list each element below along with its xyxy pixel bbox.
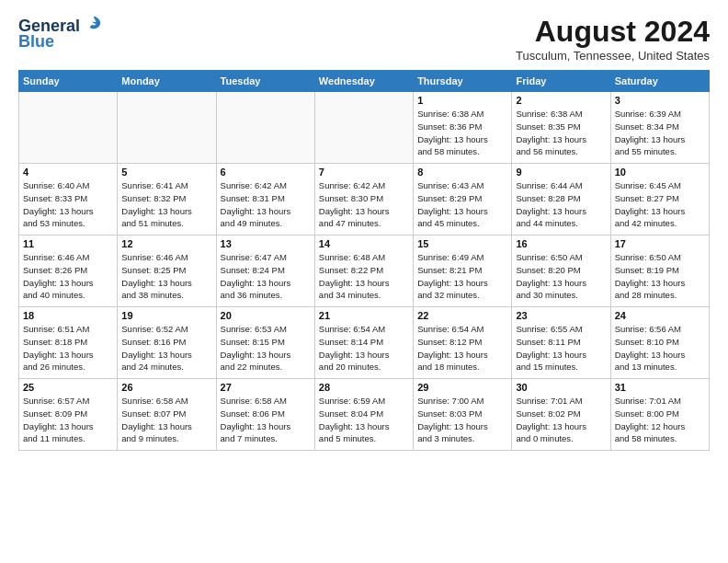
day-number: 18 — [23, 310, 113, 321]
day-number: 30 — [516, 382, 606, 393]
day-number: 19 — [121, 310, 211, 321]
day-number: 14 — [319, 238, 409, 249]
calendar-cell: 16Sunrise: 6:50 AM Sunset: 8:20 PM Dayli… — [512, 236, 610, 307]
calendar-cell: 26Sunrise: 6:58 AM Sunset: 8:07 PM Dayli… — [118, 379, 216, 451]
calendar-cell: 6Sunrise: 6:42 AM Sunset: 8:31 PM Daylig… — [216, 164, 314, 236]
day-info: Sunrise: 6:42 AM Sunset: 8:30 PM Dayligh… — [319, 179, 409, 230]
day-number: 7 — [319, 167, 409, 178]
logo-bird-icon — [85, 15, 102, 31]
day-info: Sunrise: 6:39 AM Sunset: 8:34 PM Dayligh… — [615, 108, 705, 158]
calendar-cell: 3Sunrise: 6:39 AM Sunset: 8:34 PM Daylig… — [610, 92, 709, 164]
calendar-week-3: 11Sunrise: 6:46 AM Sunset: 8:26 PM Dayli… — [19, 236, 710, 307]
calendar-cell: 15Sunrise: 6:49 AM Sunset: 8:21 PM Dayli… — [414, 236, 512, 307]
day-info: Sunrise: 6:40 AM Sunset: 8:33 PM Dayligh… — [23, 179, 113, 230]
day-info: Sunrise: 6:59 AM Sunset: 8:04 PM Dayligh… — [319, 395, 409, 445]
day-number: 3 — [615, 95, 705, 106]
col-tuesday: Tuesday — [216, 71, 314, 92]
calendar-cell: 25Sunrise: 6:57 AM Sunset: 8:09 PM Dayli… — [19, 379, 118, 451]
col-friday: Friday — [512, 71, 610, 92]
calendar-cell: 22Sunrise: 6:54 AM Sunset: 8:12 PM Dayli… — [414, 307, 512, 379]
day-info: Sunrise: 6:43 AM Sunset: 8:29 PM Dayligh… — [417, 179, 507, 230]
col-sunday: Sunday — [19, 71, 118, 92]
day-number: 23 — [516, 310, 606, 321]
day-number: 16 — [516, 238, 606, 249]
day-info: Sunrise: 7:01 AM Sunset: 8:00 PM Dayligh… — [615, 395, 705, 445]
day-number: 17 — [615, 238, 705, 249]
day-number: 12 — [121, 238, 211, 249]
calendar-cell: 12Sunrise: 6:46 AM Sunset: 8:25 PM Dayli… — [118, 236, 216, 307]
calendar-cell: 31Sunrise: 7:01 AM Sunset: 8:00 PM Dayli… — [610, 379, 709, 451]
day-number: 8 — [417, 167, 507, 178]
day-number: 24 — [615, 310, 705, 321]
day-info: Sunrise: 6:58 AM Sunset: 8:07 PM Dayligh… — [121, 395, 211, 445]
logo: General Blue — [18, 15, 102, 52]
calendar-cell: 27Sunrise: 6:58 AM Sunset: 8:06 PM Dayli… — [216, 379, 314, 451]
day-number: 1 — [417, 95, 507, 106]
calendar-cell: 9Sunrise: 6:44 AM Sunset: 8:28 PM Daylig… — [512, 164, 610, 236]
month-year: August 2024 — [516, 15, 710, 49]
col-wednesday: Wednesday — [314, 71, 413, 92]
day-number: 29 — [417, 382, 507, 393]
day-info: Sunrise: 6:47 AM Sunset: 8:24 PM Dayligh… — [221, 251, 311, 302]
day-number: 15 — [417, 238, 507, 249]
calendar-week-1: 1Sunrise: 6:38 AM Sunset: 8:36 PM Daylig… — [19, 92, 710, 164]
day-number: 20 — [221, 310, 311, 321]
calendar-cell — [19, 92, 118, 164]
calendar-header-row: Sunday Monday Tuesday Wednesday Thursday… — [19, 71, 710, 92]
day-number: 28 — [319, 382, 409, 393]
day-number: 9 — [516, 167, 606, 178]
calendar-cell: 8Sunrise: 6:43 AM Sunset: 8:29 PM Daylig… — [414, 164, 512, 236]
day-info: Sunrise: 6:46 AM Sunset: 8:25 PM Dayligh… — [121, 251, 211, 302]
day-number: 21 — [319, 310, 409, 321]
calendar-cell: 1Sunrise: 6:38 AM Sunset: 8:36 PM Daylig… — [414, 92, 512, 164]
day-info: Sunrise: 6:57 AM Sunset: 8:09 PM Dayligh… — [23, 395, 113, 445]
day-number: 11 — [23, 238, 113, 249]
calendar-cell: 20Sunrise: 6:53 AM Sunset: 8:15 PM Dayli… — [216, 307, 314, 379]
day-info: Sunrise: 6:52 AM Sunset: 8:16 PM Dayligh… — [121, 323, 211, 373]
calendar-cell — [118, 92, 216, 164]
col-thursday: Thursday — [414, 71, 512, 92]
day-info: Sunrise: 6:44 AM Sunset: 8:28 PM Dayligh… — [516, 179, 606, 230]
calendar-cell: 11Sunrise: 6:46 AM Sunset: 8:26 PM Dayli… — [19, 236, 118, 307]
day-info: Sunrise: 6:55 AM Sunset: 8:11 PM Dayligh… — [516, 323, 606, 373]
calendar-cell: 18Sunrise: 6:51 AM Sunset: 8:18 PM Dayli… — [19, 307, 118, 379]
day-number: 6 — [221, 167, 311, 178]
day-info: Sunrise: 6:53 AM Sunset: 8:15 PM Dayligh… — [221, 323, 311, 373]
calendar-week-2: 4Sunrise: 6:40 AM Sunset: 8:33 PM Daylig… — [19, 164, 710, 236]
calendar-cell: 14Sunrise: 6:48 AM Sunset: 8:22 PM Dayli… — [314, 236, 413, 307]
calendar-cell: 5Sunrise: 6:41 AM Sunset: 8:32 PM Daylig… — [118, 164, 216, 236]
day-info: Sunrise: 6:48 AM Sunset: 8:22 PM Dayligh… — [319, 251, 409, 302]
calendar-cell: 21Sunrise: 6:54 AM Sunset: 8:14 PM Dayli… — [314, 307, 413, 379]
day-number: 31 — [615, 382, 705, 393]
day-number: 26 — [121, 382, 211, 393]
day-info: Sunrise: 6:54 AM Sunset: 8:12 PM Dayligh… — [417, 323, 507, 373]
day-info: Sunrise: 6:50 AM Sunset: 8:20 PM Dayligh… — [516, 251, 606, 302]
calendar-cell: 28Sunrise: 6:59 AM Sunset: 8:04 PM Dayli… — [314, 379, 413, 451]
day-info: Sunrise: 6:41 AM Sunset: 8:32 PM Dayligh… — [121, 179, 211, 230]
day-info: Sunrise: 7:01 AM Sunset: 8:02 PM Dayligh… — [516, 395, 606, 445]
day-info: Sunrise: 6:38 AM Sunset: 8:36 PM Dayligh… — [417, 108, 507, 158]
day-info: Sunrise: 6:56 AM Sunset: 8:10 PM Dayligh… — [615, 323, 705, 373]
calendar-cell: 10Sunrise: 6:45 AM Sunset: 8:27 PM Dayli… — [610, 164, 709, 236]
day-number: 22 — [417, 310, 507, 321]
header: General Blue August 2024 Tusculum, Tenne… — [18, 15, 710, 63]
day-number: 10 — [615, 167, 705, 178]
day-info: Sunrise: 6:45 AM Sunset: 8:27 PM Dayligh… — [615, 179, 705, 230]
calendar-week-4: 18Sunrise: 6:51 AM Sunset: 8:18 PM Dayli… — [19, 307, 710, 379]
day-info: Sunrise: 6:49 AM Sunset: 8:21 PM Dayligh… — [417, 251, 507, 302]
calendar-cell: 24Sunrise: 6:56 AM Sunset: 8:10 PM Dayli… — [610, 307, 709, 379]
calendar-cell: 23Sunrise: 6:55 AM Sunset: 8:11 PM Dayli… — [512, 307, 610, 379]
day-number: 27 — [221, 382, 311, 393]
col-saturday: Saturday — [610, 71, 709, 92]
day-info: Sunrise: 6:50 AM Sunset: 8:19 PM Dayligh… — [615, 251, 705, 302]
day-info: Sunrise: 7:00 AM Sunset: 8:03 PM Dayligh… — [417, 395, 507, 445]
day-info: Sunrise: 6:51 AM Sunset: 8:18 PM Dayligh… — [23, 323, 113, 373]
page: General Blue August 2024 Tusculum, Tenne… — [0, 0, 728, 460]
day-info: Sunrise: 6:54 AM Sunset: 8:14 PM Dayligh… — [319, 323, 409, 373]
day-info: Sunrise: 6:38 AM Sunset: 8:35 PM Dayligh… — [516, 108, 606, 158]
day-number: 2 — [516, 95, 606, 106]
day-info: Sunrise: 6:58 AM Sunset: 8:06 PM Dayligh… — [221, 395, 311, 445]
calendar-cell: 2Sunrise: 6:38 AM Sunset: 8:35 PM Daylig… — [512, 92, 610, 164]
col-monday: Monday — [118, 71, 216, 92]
calendar-cell: 29Sunrise: 7:00 AM Sunset: 8:03 PM Dayli… — [414, 379, 512, 451]
